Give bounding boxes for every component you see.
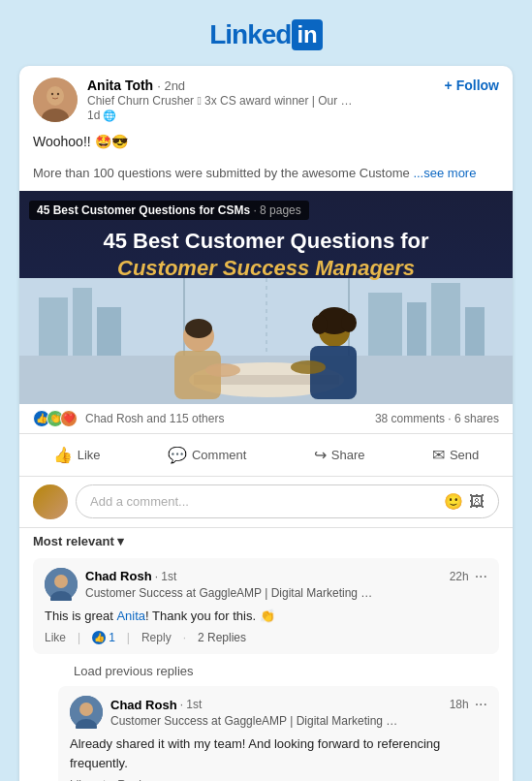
like-badge: 👍 (92, 631, 106, 644)
nested-commenter-title: Customer Success at GaggleAMP | Digital … (110, 714, 401, 728)
comment-like-button[interactable]: Like (45, 631, 66, 644)
svg-point-5 (57, 93, 59, 95)
svg-point-29 (291, 360, 326, 374)
nested-comment-author: Chad Rosh (110, 698, 177, 712)
svg-rect-12 (73, 288, 92, 356)
share-icon: ↪ (314, 446, 327, 464)
follow-button[interactable]: + Follow (445, 78, 499, 93)
doc-title: 45 Best Customer Questions for Customer … (19, 218, 513, 293)
nested-comment-time: 18h (450, 698, 469, 711)
reactions-count: Chad Rosh and 115 others (85, 412, 224, 425)
doc-label: 45 Best Customer Questions for CSMs · 8 … (29, 201, 309, 220)
commenter-title: Customer Success at GaggleAMP | Digital … (85, 586, 376, 600)
linkedin-logo: Linked in (209, 19, 323, 50)
like-button[interactable]: 👍 Like (42, 438, 112, 472)
see-more-link[interactable]: ...see more (413, 166, 476, 180)
nested-comment-more-icon[interactable]: ··· (475, 696, 487, 713)
svg-rect-17 (465, 307, 485, 356)
send-button[interactable]: ✉ Send (421, 438, 490, 472)
post-stats: 38 comments · 6 shares (375, 412, 499, 425)
author-degree: · 2nd (157, 78, 185, 93)
emoji-icon[interactable]: 🙂 (444, 492, 463, 511)
comment-input-icons: 🙂 🖼 (444, 492, 485, 511)
comment-actions: Like | 👍 1 | Reply · 2 Replies (45, 631, 487, 644)
comment-reply-button[interactable]: Reply (141, 631, 172, 644)
svg-point-21 (185, 319, 212, 338)
svg-point-26 (341, 313, 357, 332)
comment-icon: 💬 (168, 446, 187, 464)
comment-item: Chad Rosh · 1st 22h ··· Customer Success… (33, 558, 499, 655)
load-prev-replies[interactable]: Load previous replies (19, 660, 513, 680)
comment-more-icon[interactable]: ··· (475, 568, 487, 585)
like-label: Like (78, 448, 101, 462)
comment-input-box[interactable]: Add a comment... 🙂 🖼 (76, 484, 499, 518)
send-icon: ✉ (432, 446, 445, 464)
current-user-avatar (33, 484, 68, 519)
comment-degree: · 1st (155, 570, 177, 583)
comment-meta: Chad Rosh · 1st 22h ··· Customer Success… (85, 568, 487, 600)
nested-comment-meta: Chad Rosh · 1st 18h ··· Customer Success… (110, 696, 487, 728)
author-name: Anita Toth (87, 78, 153, 93)
document-card[interactable]: 45 Best Customer Questions for CSMs · 8 … (19, 191, 513, 404)
comment-label: Comment (192, 448, 246, 462)
commenter-avatar (45, 568, 78, 601)
nested-comment-degree: · 1st (180, 698, 203, 711)
svg-point-31 (54, 575, 68, 588)
like-count: 👍 1 (92, 631, 115, 644)
svg-point-34 (79, 703, 93, 716)
sort-label: Most relevant (33, 534, 114, 548)
comment-placeholder: Add a comment... (90, 494, 189, 509)
nested-comment-item: Chad Rosh · 1st 18h ··· Customer Success… (58, 686, 499, 781)
author-title: Chief Churn Crusher 🏼 3x CS award winner… (87, 94, 359, 108)
chevron-down-icon: ▾ (117, 534, 124, 548)
svg-rect-15 (407, 302, 426, 356)
post-meta: Anita Toth · 2nd + Follow Chief Churn Cr… (87, 78, 499, 122)
sort-selector[interactable]: Most relevant ▾ (19, 528, 513, 552)
doc-pages: · 8 pages (253, 203, 300, 217)
image-icon[interactable]: 🖼 (469, 493, 485, 511)
post-card: Anita Toth · 2nd + Follow Chief Churn Cr… (19, 66, 513, 781)
doc-image: 45 Best Customer Questions for Customer … (19, 191, 513, 404)
action-buttons: 👍 Like 💬 Comment ↪ Share ✉ Send (19, 434, 513, 477)
reactions-row: 👍 👏 ❤️ Chad Rosh and 115 others 38 comme… (19, 404, 513, 434)
comment-button[interactable]: 💬 Comment (156, 438, 258, 472)
share-label: Share (331, 448, 365, 462)
nested-comment-header: Chad Rosh · 1st 18h ··· Customer Success… (70, 696, 487, 729)
post-time: 1d 🌐 (87, 109, 499, 122)
author-info: Anita Toth · 2nd (87, 78, 185, 93)
svg-rect-16 (431, 283, 460, 356)
comment-time: 22h (450, 570, 469, 583)
post-body: More than 100 questions were submitted b… (19, 160, 513, 191)
svg-point-4 (51, 93, 53, 95)
share-button[interactable]: ↪ Share (302, 438, 377, 472)
reaction-heart-icon: ❤️ (60, 410, 78, 427)
comment-author: Chad Rosh (85, 569, 152, 583)
doc-title-line1: 45 Best Customer Questions for (29, 228, 503, 256)
logo-box: in (292, 19, 322, 50)
nested-commenter-avatar (70, 696, 103, 729)
send-label: Send (450, 448, 479, 462)
post-woohoo: Woohoo!! 🤩😎 (19, 128, 513, 160)
globe-icon: 🌐 (103, 109, 116, 122)
comment-input-area: Add a comment... 🙂 🖼 (19, 477, 513, 528)
svg-point-3 (47, 87, 63, 103)
replies-link[interactable]: 2 Replies (198, 631, 246, 644)
nested-comment-body: Already shared it with my team! And look… (70, 734, 487, 772)
doc-title-line2: Customer Success Managers (29, 255, 503, 283)
svg-rect-14 (368, 293, 402, 356)
post-header: Anita Toth · 2nd + Follow Chief Churn Cr… (19, 66, 513, 128)
like-icon: 👍 (53, 446, 73, 464)
logo-text: Linked (209, 19, 291, 50)
svg-point-28 (205, 363, 240, 377)
svg-rect-11 (39, 297, 68, 356)
comment-body: This is great Anita! Thank you for this.… (45, 607, 487, 626)
comment-header: Chad Rosh · 1st 22h ··· Customer Success… (45, 568, 487, 601)
mention-highlight: Anita (116, 609, 145, 623)
svg-point-25 (312, 315, 328, 334)
author-avatar (33, 78, 78, 122)
svg-rect-13 (97, 307, 121, 356)
